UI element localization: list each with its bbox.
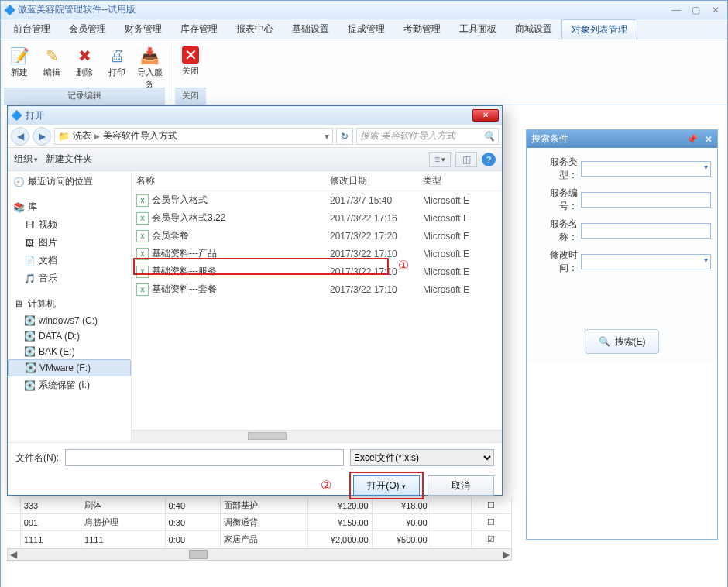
menu-item-6[interactable]: 提成管理 (338, 19, 394, 39)
library-icon: 📚 (12, 202, 25, 213)
toolbar-delete-button[interactable]: ✖删除 (69, 43, 100, 86)
data-table: 333刷体0:40面部基护¥120.00¥18.00☐091肩膀护理0:30调衡… (7, 497, 512, 561)
menu-item-2[interactable]: 财务管理 (115, 19, 171, 39)
menu-item-0[interactable]: 前台管理 (4, 19, 60, 39)
side-doc[interactable]: 📄文档 (8, 252, 131, 269)
side-video[interactable]: 🎞视频 (8, 216, 131, 234)
file-row[interactable]: x基础资料---产品2017/3/22 17:10Microsoft E (132, 245, 502, 263)
dialog-sidebar: 🕘最近访问的位置 📚库 🎞视频 🖼图片 📄文档 🎵音乐 🖥计算机 💽window… (8, 171, 132, 442)
nav-back-button[interactable]: ◀ (11, 127, 29, 146)
filename-label: 文件名(N): (15, 451, 59, 465)
toolbar-new-button[interactable]: 📝新建 (4, 43, 35, 86)
side-drive-f[interactable]: 💽VMware (F:) (8, 359, 131, 376)
side-recent[interactable]: 🕘最近访问的位置 (8, 173, 131, 191)
file-row[interactable]: x会员导入格式2017/3/7 15:40Microsoft E (132, 191, 502, 209)
dialog-search-input[interactable]: 搜索 美容软件导入方式 🔍 (356, 128, 499, 145)
file-row[interactable]: x会员套餐2017/3/22 17:20Microsoft E (132, 227, 502, 245)
breadcrumb-1[interactable]: 洗衣 (73, 129, 91, 142)
help-icon[interactable]: ? (482, 153, 496, 166)
nav-forward-button[interactable]: ▶ (33, 127, 51, 146)
minimize-button[interactable]: — (668, 5, 685, 15)
file-row[interactable]: x会员导入格式3.222017/3/22 17:16Microsoft E (132, 209, 502, 227)
app-icon: 🔷 (4, 5, 15, 15)
label-service-type: 服务类型： (533, 156, 578, 182)
drive-icon: 💽 (23, 331, 36, 342)
table-row[interactable]: 111111110:00家居产品¥2,000.00¥500.00☑ (7, 531, 512, 548)
toolbar-edit-button[interactable]: ✎编辑 (36, 43, 67, 86)
newfolder-button[interactable]: 新建文件夹 (46, 153, 92, 166)
tool-group-close: ✕ 关闭 关闭 (172, 39, 209, 105)
side-computer[interactable]: 🖥计算机 (8, 295, 131, 313)
menu-item-4[interactable]: 报表中心 (227, 19, 283, 39)
side-music[interactable]: 🎵音乐 (8, 269, 131, 287)
modified-time-combo[interactable] (581, 254, 711, 269)
panel-close-icon[interactable]: ✕ (705, 134, 713, 145)
excel-icon: x (136, 248, 149, 260)
file-row[interactable]: x基础资料---服务2017/3/22 17:10Microsoft E (132, 263, 502, 280)
search-panel: 搜索条件 📌 ✕ 服务类型： 服务编号： 服务名称： (526, 129, 718, 540)
menu-item-10[interactable]: 对象列表管理 (561, 19, 637, 40)
toolbar-import-button[interactable]: 📥导入服务 (134, 43, 165, 86)
toolbar-print-button[interactable]: 🖨打印 (101, 43, 132, 86)
ribbon-toolbar: 📝新建✎编辑✖删除🖨打印📥导入服务 记录编辑 ✕ 关闭 关闭 (1, 39, 727, 105)
menu-item-8[interactable]: 工具面板 (450, 19, 506, 39)
dialog-body: 🕘最近访问的位置 📚库 🎞视频 🖼图片 📄文档 🎵音乐 🖥计算机 💽window… (8, 171, 502, 442)
file-list-header[interactable]: 名称 修改日期 类型 (132, 171, 502, 191)
window-controls: — ▢ ✕ (668, 5, 724, 15)
service-type-combo[interactable] (581, 161, 711, 177)
side-drive-c[interactable]: 💽windows7 (C:) (8, 313, 131, 328)
file-row[interactable]: x基础资料---套餐2017/3/22 17:10Microsoft E (132, 280, 502, 298)
open-button[interactable]: 打开(O) ▾ (353, 475, 420, 496)
import-icon: 📥 (140, 46, 159, 65)
col-type: 类型 (423, 174, 497, 187)
menubar: 前台管理会员管理财务管理库存管理报表中心基础设置提成管理考勤管理工具面板商城设置… (1, 19, 727, 39)
side-drive-e[interactable]: 💽BAK (E:) (8, 344, 131, 359)
maximize-button[interactable]: ▢ (688, 5, 705, 15)
recent-icon: 🕘 (12, 177, 25, 187)
filetype-combo[interactable]: Excel文件(*.xls) (350, 449, 494, 466)
details-pane-button[interactable]: ◫ (455, 152, 477, 167)
drive-icon: 💽 (23, 346, 36, 357)
organize-button[interactable]: 组织▾ (14, 153, 38, 166)
side-drive-d[interactable]: 💽DATA (D:) (8, 328, 131, 344)
filename-input[interactable] (65, 449, 344, 466)
search-button[interactable]: 🔍 搜索(E) (585, 329, 659, 354)
horizontal-scrollbar[interactable]: ◀ ▶ (7, 548, 512, 561)
view-mode-button[interactable]: ≡▾ (429, 152, 451, 167)
file-list-scrollbar[interactable] (132, 430, 502, 442)
table-row[interactable]: 091肩膀护理0:30调衡通背¥150.00¥0.00☐ (7, 514, 512, 531)
pin-icon[interactable]: 📌 (686, 134, 698, 145)
menu-item-1[interactable]: 会员管理 (60, 19, 115, 39)
dialog-close-button[interactable]: ✕ (472, 109, 499, 122)
dialog-file-list: 名称 修改日期 类型 ① x会员导入格式2017/3/7 15:40Micros… (132, 171, 502, 442)
app-window: 🔷 傲蓝美容院管理软件--试用版 — ▢ ✕ 前台管理会员管理财务管理库存管理报… (0, 0, 728, 587)
tool-group-record: 📝新建✎编辑✖删除🖨打印📥导入服务 记录编辑 (1, 39, 168, 105)
dialog-footer: 文件名(N): Excel文件(*.xls) ② 打开(O) ▾ 取消 (8, 442, 502, 502)
computer-icon: 🖥 (12, 299, 25, 310)
address-dropdown-icon[interactable]: ▾ (325, 131, 329, 142)
excel-icon: x (136, 194, 149, 207)
toolbar-close-button[interactable]: ✕ 关闭 (175, 43, 206, 86)
drive-icon: 💽 (23, 380, 36, 391)
menu-item-7[interactable]: 考勤管理 (394, 19, 450, 39)
breadcrumb-2[interactable]: 美容软件导入方式 (103, 129, 177, 142)
excel-icon: x (136, 266, 149, 278)
menu-item-3[interactable]: 库存管理 (171, 19, 227, 39)
menu-item-5[interactable]: 基础设置 (283, 19, 338, 39)
side-drive-i[interactable]: 💽系统保留 (I:) (8, 376, 131, 394)
main-area: 搜索条件 📌 ✕ 服务类型： 服务编号： 服务名称： (1, 105, 727, 587)
tool-group-close-label: 关闭 (175, 88, 206, 105)
address-bar[interactable]: 📁 洗衣 ▶ 美容软件导入方式 ▾ (54, 128, 333, 145)
annotation-label-2: ② (321, 478, 331, 493)
close-button[interactable]: ✕ (707, 5, 724, 15)
dialog-title: 打开 (26, 109, 472, 122)
side-libraries[interactable]: 📚库 (8, 198, 131, 216)
refresh-button[interactable]: ↻ (336, 128, 353, 145)
service-code-input[interactable] (581, 192, 711, 208)
menu-item-9[interactable]: 商城设置 (506, 19, 561, 39)
service-name-input[interactable] (581, 223, 711, 239)
side-picture[interactable]: 🖼图片 (8, 234, 131, 252)
col-name: 名称 (136, 174, 330, 187)
cancel-button[interactable]: 取消 (428, 475, 494, 496)
data-table-body: 333刷体0:40面部基护¥120.00¥18.00☐091肩膀护理0:30调衡… (7, 497, 512, 548)
